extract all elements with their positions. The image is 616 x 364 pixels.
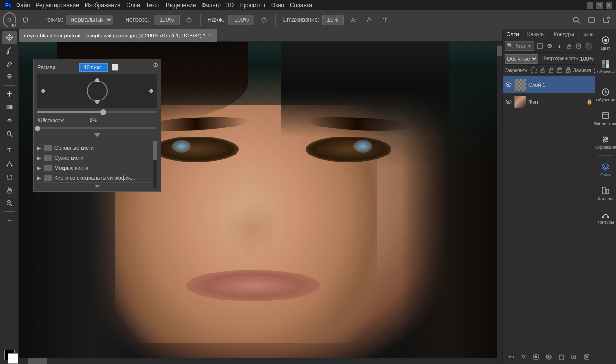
menu-file[interactable]: Файл bbox=[16, 2, 30, 9]
menu-text[interactable]: Текст bbox=[146, 2, 160, 9]
layer-visibility-1[interactable] bbox=[505, 81, 512, 89]
brush-cat-special[interactable]: ▶ Кисти со специальными эффек... bbox=[37, 173, 157, 183]
size-slider[interactable] bbox=[37, 111, 157, 113]
canvas-hscroll[interactable] bbox=[19, 358, 502, 364]
symmetry-icon[interactable] bbox=[379, 13, 392, 27]
dodge-burn-tool[interactable] bbox=[2, 127, 17, 140]
tab-close-button[interactable]: ✕ bbox=[208, 33, 212, 38]
size-slider-thumb[interactable] bbox=[100, 109, 106, 115]
angle-icon[interactable] bbox=[362, 13, 376, 27]
type-tool[interactable]: T bbox=[2, 144, 17, 156]
layer-filter-type[interactable]: T bbox=[555, 41, 564, 51]
far-right-channels[interactable]: Каналы bbox=[598, 183, 613, 203]
tab-paths[interactable]: Контуры bbox=[550, 29, 579, 39]
menu-window[interactable]: Окно bbox=[271, 2, 284, 9]
lock-transparency[interactable] bbox=[531, 67, 537, 74]
layer-filter-adjustment[interactable] bbox=[545, 41, 554, 51]
menu-view[interactable]: Просмотр bbox=[239, 2, 265, 9]
hand-tool[interactable] bbox=[2, 184, 17, 196]
layers-search-box[interactable]: 🔍 Вид ▼ bbox=[505, 41, 534, 51]
menu-3d[interactable]: 3D bbox=[226, 2, 234, 9]
canvas-vscroll[interactable] bbox=[497, 42, 502, 358]
extra-tools[interactable]: ··· bbox=[2, 214, 17, 226]
menu-image[interactable]: Изображение bbox=[85, 2, 121, 9]
active-tab[interactable]: r-eyes-black-hair-portrait__people-wallp… bbox=[19, 29, 217, 42]
add-group-btn[interactable] bbox=[556, 352, 567, 362]
far-right-adjustments[interactable]: Коррекция bbox=[595, 132, 616, 152]
background-color[interactable] bbox=[8, 353, 18, 364]
rectangle-select-tool[interactable] bbox=[2, 171, 17, 183]
far-right-swatches[interactable]: Образцы bbox=[597, 57, 615, 77]
healing-brush-tool[interactable] bbox=[2, 88, 17, 100]
layer-item-bg[interactable]: Фон 🔒 bbox=[503, 93, 595, 110]
zoom-to-fit-icon[interactable] bbox=[570, 13, 583, 27]
flow-pressure-icon[interactable] bbox=[257, 13, 271, 27]
panel-more-button[interactable]: ≫ ≡ bbox=[581, 30, 595, 39]
blur-tool[interactable] bbox=[2, 114, 17, 127]
tab-layers[interactable]: Слои bbox=[503, 29, 524, 39]
opacity-pressure-icon[interactable] bbox=[182, 13, 196, 27]
brush-resize-icon[interactable]: ⬜ bbox=[111, 64, 119, 71]
menu-filter[interactable]: Фильтр bbox=[202, 2, 221, 9]
far-right-paths[interactable]: Контуры bbox=[597, 207, 614, 227]
delete-layer-btn[interactable] bbox=[581, 352, 592, 362]
layer-filter-pixel[interactable] bbox=[535, 41, 544, 51]
brush-hardness-value[interactable]: 0% bbox=[79, 116, 108, 125]
lock-position[interactable] bbox=[548, 67, 554, 74]
popup-scrollbar-thumb[interactable] bbox=[153, 141, 157, 160]
move-tool[interactable] bbox=[2, 31, 17, 44]
layer-filter-toggle[interactable]: ⚫ bbox=[584, 41, 593, 51]
add-layer-btn[interactable] bbox=[569, 352, 579, 362]
far-right-layers[interactable]: Слои bbox=[600, 160, 611, 180]
blend-mode-select[interactable]: Нормальный bbox=[66, 15, 113, 25]
path-tool[interactable] bbox=[2, 157, 17, 170]
maximize-button[interactable]: □ bbox=[596, 2, 603, 9]
hardness-slider-thumb[interactable] bbox=[35, 126, 40, 131]
brush-preset-picker[interactable] bbox=[19, 13, 32, 27]
close-button[interactable]: ✕ bbox=[606, 2, 612, 9]
hscroll-thumb[interactable] bbox=[28, 358, 47, 364]
tab-channels[interactable]: Каналы bbox=[524, 29, 550, 39]
brush-tool-icon[interactable]: ○ 40 bbox=[3, 13, 16, 27]
far-right-libraries[interactable]: Библиотеки bbox=[594, 109, 616, 128]
search-dropdown-icon[interactable]: ▼ bbox=[527, 43, 532, 49]
menu-edit[interactable]: Редактирование bbox=[36, 2, 79, 9]
eraser-tool[interactable] bbox=[2, 58, 17, 70]
layer-item-1[interactable]: Слой 1 bbox=[503, 76, 595, 93]
lock-all[interactable] bbox=[565, 67, 571, 74]
menu-help[interactable]: Справка bbox=[290, 2, 312, 9]
zoom-tool[interactable] bbox=[2, 197, 17, 209]
add-mask-btn[interactable] bbox=[531, 352, 541, 362]
far-right-learning[interactable]: Обучение bbox=[596, 85, 615, 105]
add-adjustment-btn[interactable] bbox=[544, 352, 554, 362]
flow-input[interactable] bbox=[228, 15, 254, 25]
brush-cat-dry[interactable]: ▶ Сухие кисти bbox=[37, 153, 157, 163]
layer-visibility-bg[interactable] bbox=[505, 98, 512, 106]
layer-filter-smart[interactable] bbox=[574, 41, 583, 51]
brush-cat-wet[interactable]: ▶ Мокрые кисти bbox=[37, 163, 157, 173]
foreground-color[interactable] bbox=[4, 350, 15, 360]
brush-cat-basic[interactable]: ▶ Основные кисти bbox=[37, 143, 157, 153]
lock-image[interactable] bbox=[539, 67, 546, 74]
clone-stamp-tool[interactable] bbox=[2, 71, 17, 83]
far-right-color[interactable]: Цвет bbox=[600, 33, 611, 53]
hardness-slider[interactable] bbox=[37, 127, 157, 129]
brush-size-value[interactable]: 40 пикс. bbox=[79, 63, 108, 72]
gradient-tool[interactable] bbox=[2, 101, 17, 113]
settings-icon[interactable] bbox=[346, 13, 360, 27]
vscroll-thumb[interactable] bbox=[497, 46, 502, 56]
opacity-input[interactable] bbox=[154, 15, 180, 25]
brush-settings-gear[interactable]: ⚙ bbox=[153, 61, 159, 69]
minimize-button[interactable]: — bbox=[587, 2, 593, 9]
rotate-view-icon[interactable] bbox=[585, 13, 598, 27]
add-style-btn[interactable]: fx bbox=[518, 352, 529, 362]
blending-mode-select[interactable]: Обычные bbox=[505, 54, 538, 64]
link-layers-btn[interactable] bbox=[506, 352, 516, 362]
menu-select[interactable]: Выделение bbox=[166, 2, 196, 9]
menu-layers[interactable]: Слои bbox=[127, 2, 140, 9]
lock-artboard[interactable] bbox=[556, 67, 563, 74]
brush-tool[interactable] bbox=[2, 45, 17, 57]
share-icon[interactable] bbox=[600, 13, 613, 27]
smoothing-input[interactable] bbox=[322, 15, 344, 25]
opacity-value-layers[interactable]: 100% bbox=[580, 56, 594, 62]
